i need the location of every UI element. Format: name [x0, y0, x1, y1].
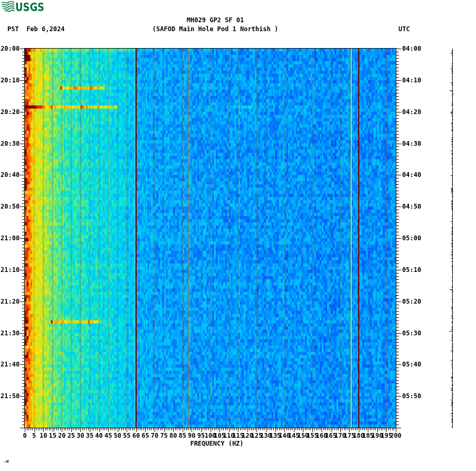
time-label-utc: 04:50 — [402, 203, 421, 210]
time-label-pst: 20:00 — [1, 45, 20, 52]
plot-subtitle: (SAFOD Main Hole Pod 1 Northish ) — [0, 26, 431, 33]
x-axis-title: FREQUENCY (HZ) — [0, 440, 434, 447]
time-label-utc: 05:40 — [402, 361, 421, 368]
time-label-pst: 20:20 — [1, 109, 20, 116]
time-label-pst: 21:20 — [1, 298, 20, 305]
plot-title: MH029 GP2 SF 01 — [0, 17, 431, 24]
time-label-pst: 21:50 — [1, 393, 20, 400]
time-label-pst: 20:30 — [1, 140, 20, 147]
time-label-utc: 04:00 — [402, 45, 421, 52]
time-label-utc: 04:10 — [402, 77, 421, 84]
time-label-utc: 05:00 — [402, 235, 421, 242]
time-label-pst: 20:40 — [1, 172, 20, 178]
usgs-logo: USGS — [1, 1, 45, 15]
usgs-spectrogram-page: USGS PST Feb 6,2024 MH029 GP2 SF 01 (SAF… — [0, 0, 476, 471]
time-label-utc: 05:30 — [402, 330, 421, 337]
freq-tick-label: 200 — [384, 432, 407, 439]
time-label-utc: 04:30 — [402, 140, 421, 147]
time-label-utc: 05:10 — [402, 267, 421, 274]
time-label-pst: 21:30 — [1, 330, 20, 337]
time-label-pst: 21:10 — [1, 267, 20, 274]
time-label-pst: 20:10 — [1, 77, 20, 84]
time-label-utc: 05:50 — [402, 393, 421, 400]
footnote-mark: .w — [4, 459, 9, 464]
time-label-pst: 21:40 — [1, 361, 20, 368]
time-label-utc: 04:20 — [402, 109, 421, 116]
timezone-right-label: UTC — [398, 26, 410, 33]
usgs-logo-text: USGS — [15, 1, 44, 13]
time-label-utc: 04:40 — [402, 172, 421, 178]
time-label-pst: 20:50 — [1, 203, 20, 210]
time-label-pst: 21:00 — [1, 235, 20, 242]
usgs-wave-icon — [2, 2, 14, 12]
time-label-utc: 05:20 — [402, 298, 421, 305]
